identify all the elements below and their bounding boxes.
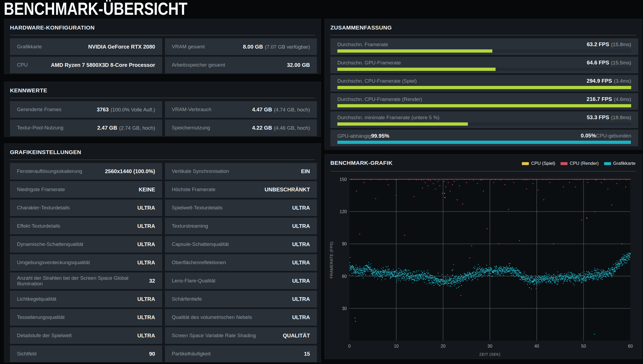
graphics-setting-row: SchärfentiefeULTRA bbox=[165, 291, 317, 307]
setting-value-wrap: ULTRA bbox=[137, 333, 155, 339]
summary-row: Durchschn. GPU-Framerate64.6 FPS(15.5ms) bbox=[330, 57, 638, 73]
chart-legend: CPU (Spiel)CPU (Render)Grafikkarte bbox=[522, 161, 635, 166]
summary-value-wrap: 64.6 FPS(15.5ms) bbox=[587, 60, 631, 66]
setting-value: UNBESCHRÄNKT bbox=[265, 187, 310, 192]
graphics-setting-row: Höchste FramerateUNBESCHRÄNKT bbox=[165, 181, 317, 198]
x-tick-label: 0 bbox=[348, 344, 351, 348]
setting-value-wrap: 4.47 GB(4.74 GB, hoch) bbox=[252, 107, 310, 113]
setting-value: 4.22 GB bbox=[252, 125, 272, 131]
setting-value: 4.47 GB bbox=[252, 107, 272, 112]
framerate-bar-track bbox=[337, 104, 631, 107]
graphics-setting-row: LichtkegelqualitätULTRA bbox=[10, 291, 162, 307]
setting-label: VRAM-Verbrauch bbox=[172, 107, 212, 112]
setting-value-wrap: ULTRA bbox=[137, 260, 155, 266]
setting-label: Vertikale Synchronisation bbox=[172, 168, 229, 174]
setting-label: Qualität des volumetrischen Nebels bbox=[172, 314, 252, 320]
summary-extra: (3.4ms) bbox=[614, 78, 631, 84]
gpu-bound-value: 99.95% bbox=[371, 133, 389, 139]
summary-value: 216.7 FPS bbox=[587, 96, 612, 102]
setting-value-wrap: AMD Ryzen 7 5800X3D 8-Core Processor bbox=[51, 62, 155, 68]
setting-value-wrap: 2560x1440 (100.0%) bbox=[105, 168, 155, 174]
graphics-setting-row: Effekt-TexturdetailsULTRA bbox=[10, 218, 162, 234]
summary-value: 53.3 FPS bbox=[587, 114, 609, 120]
kennwerte-row: VRAM-Verbrauch4.47 GB(4.74 GB, hoch) bbox=[165, 101, 317, 118]
setting-value: ULTRA bbox=[137, 260, 155, 265]
y-tick-label: 60 bbox=[342, 274, 347, 279]
framerate-bar bbox=[337, 122, 468, 126]
setting-label: Lens-Flare-Qualität bbox=[172, 278, 216, 283]
setting-label: Spielwelt-Texturdetails bbox=[172, 205, 223, 210]
summary-extra: (18.8ms) bbox=[611, 115, 631, 120]
setting-extra: (7.07 GB verfügbar) bbox=[265, 44, 310, 50]
framerate-bar bbox=[337, 86, 631, 89]
setting-label: Fensterauflösungsskalierung bbox=[17, 168, 82, 174]
setting-value: ULTRA bbox=[137, 205, 155, 211]
chart-header: BENCHMARK-GRAFIK CPU (Spiel)CPU (Render)… bbox=[325, 154, 642, 171]
kennwerte-row: Speichernutzung4.22 GB(4.46 GB, hoch) bbox=[165, 119, 317, 136]
hardware-row: GrafikkarteNVIDIA GeForce RTX 2080 bbox=[10, 38, 162, 55]
kennwerte-panel-title: KENNWERTE bbox=[4, 82, 321, 94]
gpu-bound-bar bbox=[337, 141, 631, 144]
setting-label: Tesselierungsqualität bbox=[17, 314, 64, 320]
framerate-bar-track bbox=[337, 122, 631, 126]
graphics-setting-row: Charakter-TexturdetailsULTRA bbox=[10, 199, 162, 216]
summary-row: Durchschn. CPU-Framerate (Render)216.7 F… bbox=[330, 93, 638, 110]
legend-label: CPU (Spiel) bbox=[531, 161, 555, 166]
x-tick-label: 50 bbox=[581, 344, 586, 348]
summary-extra: (4.6ms) bbox=[614, 96, 631, 102]
legend-item: CPU (Spiel) bbox=[522, 161, 555, 166]
setting-label: Charakter-Texturdetails bbox=[17, 205, 70, 210]
benchmark-chart-svg: 3060901201500102030405060ZEIT (SEK)FRAME… bbox=[325, 172, 642, 359]
y-axis-label: FRAMERATE (FPS) bbox=[329, 242, 334, 279]
divider bbox=[10, 98, 315, 98]
divider bbox=[330, 35, 636, 35]
summary-value-wrap: 216.7 FPS(4.6ms) bbox=[587, 96, 631, 102]
setting-value-wrap: QUALITÄT bbox=[283, 333, 310, 339]
graphics-setting-row: Capsule-SchattenqualitätULTRA bbox=[165, 236, 317, 253]
x-tick-label: 10 bbox=[394, 344, 399, 348]
setting-value: ULTRA bbox=[292, 314, 310, 320]
setting-value-wrap: ULTRA bbox=[137, 296, 155, 302]
kennwerte-rows: Gerenderte Frames3763(100.0% Volle Aufl.… bbox=[10, 101, 317, 136]
setting-value: ULTRA bbox=[137, 241, 155, 247]
setting-value: ULTRA bbox=[137, 314, 155, 320]
setting-label: Detailstufe der Spielwelt bbox=[17, 333, 72, 338]
grafikeinstellungen-panel-title: GRAFIKEINSTELLUNGEN bbox=[4, 144, 321, 155]
setting-value-wrap: 2.47 GB(2.74 GB, hoch) bbox=[97, 125, 155, 131]
y-tick-label: 120 bbox=[339, 209, 347, 214]
hardware-row: Arbeitsspeicher gesamt32.00 GB bbox=[165, 57, 317, 73]
setting-value-wrap: ULTRA bbox=[292, 205, 310, 211]
framerate-bar-track bbox=[337, 86, 631, 89]
cpu-bound-value: 0.05% bbox=[581, 133, 596, 139]
graphics-setting-row: OberflächenreflektionenULTRA bbox=[165, 254, 317, 271]
kennwerte-row: Textur-Pool-Nutzung2.47 GB(2.74 GB, hoch… bbox=[10, 119, 162, 136]
summary-label: Durchschn. GPU-Framerate bbox=[337, 60, 401, 66]
x-tick-label: 60 bbox=[628, 344, 633, 348]
gpu-bound-row: GPU-abhängig99.95%0.05%CPU-gebunden bbox=[330, 130, 638, 146]
graphics-setting-row: Screen Space Variable Rate ShadingQUALIT… bbox=[165, 327, 317, 344]
divider bbox=[330, 171, 636, 172]
setting-value-wrap: ULTRA bbox=[292, 314, 310, 321]
graphics-setting-row: Fensterauflösungsskalierung2560x1440 (10… bbox=[10, 163, 162, 180]
setting-label: Anzahl der Strahlen bei der Screen Space… bbox=[17, 275, 145, 287]
framerate-bar-track bbox=[337, 68, 631, 71]
setting-value: EIN bbox=[301, 168, 310, 174]
x-axis-label: ZEIT (SEK) bbox=[479, 352, 501, 356]
graphics-setting-row: Spielwelt-TexturdetailsULTRA bbox=[165, 199, 317, 216]
gpu-bound-label: GPU-abhängig bbox=[337, 133, 371, 139]
setting-extra: (4.46 GB, hoch) bbox=[274, 125, 310, 131]
setting-value-wrap: 15 bbox=[304, 351, 310, 357]
setting-value: ULTRA bbox=[292, 241, 310, 247]
hardware-panel-title: HARDWARE-KONFIGURATION bbox=[4, 19, 321, 31]
summary-label: Durchschn. Framerate bbox=[337, 42, 388, 48]
setting-value: ULTRA bbox=[137, 333, 155, 338]
setting-value: QUALITÄT bbox=[283, 333, 310, 338]
setting-label: Texturstreaming bbox=[172, 223, 208, 229]
setting-value-wrap: UNBESCHRÄNKT bbox=[265, 187, 310, 193]
summary-value: 64.6 FPS bbox=[587, 60, 609, 65]
legend-swatch bbox=[604, 162, 611, 165]
setting-value-wrap: ULTRA bbox=[292, 296, 310, 302]
grafikeinstellungen-panel: GRAFIKEINSTELLUNGEN Fensterauflösungsska… bbox=[4, 143, 321, 362]
hardware-panel: HARDWARE-KONFIGURATION GrafikkarteNVIDIA… bbox=[4, 19, 321, 74]
setting-label: Oberflächenreflektionen bbox=[172, 260, 226, 265]
